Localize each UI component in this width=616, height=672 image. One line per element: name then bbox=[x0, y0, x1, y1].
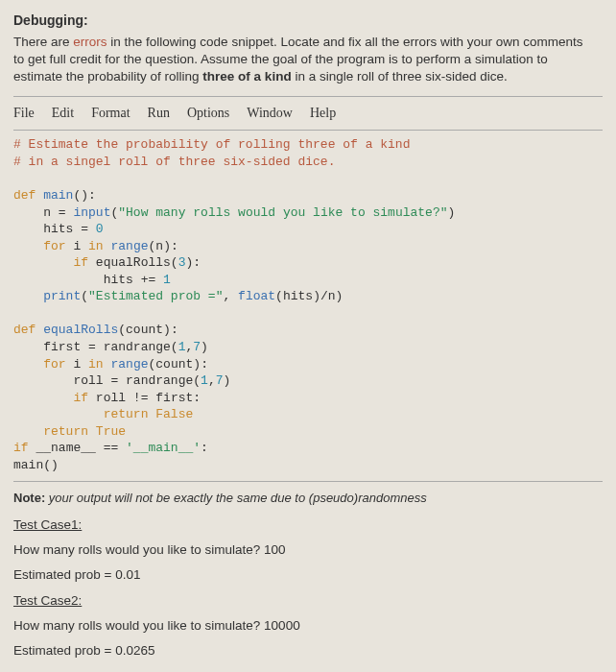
num-0: 0 bbox=[96, 222, 104, 236]
id-i: i bbox=[73, 239, 81, 253]
code-comment: # in a singel roll of three six-sided di… bbox=[13, 155, 335, 169]
code-block: # Estimate the probability of rolling th… bbox=[13, 136, 603, 473]
fn-equalRolls: equalRolls bbox=[43, 323, 118, 337]
test-case-2-label: Test Case2: bbox=[13, 592, 603, 610]
colon: : bbox=[201, 441, 208, 455]
colon: : bbox=[201, 357, 208, 372]
fn-randrange: randrange bbox=[104, 340, 171, 354]
op-ne: != bbox=[126, 391, 155, 405]
id-n: n bbox=[328, 289, 336, 303]
fn-range: range bbox=[110, 239, 148, 253]
kw-in: in bbox=[88, 357, 104, 372]
test-case-2-input: How many rolls would you like to simulat… bbox=[13, 617, 603, 635]
paren: ( bbox=[118, 323, 126, 337]
test-case-1-input: How many rolls would you like to simulat… bbox=[13, 541, 603, 559]
kw-for: for bbox=[43, 239, 65, 253]
op-slash: / bbox=[320, 289, 328, 303]
code-comment: # Estimate the probability of rolling th… bbox=[13, 137, 410, 152]
paren: ) bbox=[313, 289, 320, 303]
id-count: count bbox=[155, 357, 193, 372]
paren: ) bbox=[448, 205, 456, 220]
instr-text: estimate the probability of rolling bbox=[13, 69, 202, 84]
colon: : bbox=[193, 391, 201, 405]
fn-randrange: randrange bbox=[126, 373, 193, 388]
kw-def: def bbox=[13, 188, 36, 203]
paren: ( bbox=[43, 458, 51, 472]
menu-file[interactable]: File bbox=[13, 106, 35, 120]
paren: ( bbox=[193, 373, 201, 388]
instr-bold: three of a kind bbox=[202, 69, 291, 84]
fn-range: range bbox=[110, 357, 148, 372]
instr-errors-word: errors bbox=[73, 35, 107, 49]
paren: ) bbox=[224, 373, 231, 388]
kw-if: if bbox=[13, 441, 29, 455]
paren: ( bbox=[81, 289, 88, 303]
str-prompt: "How many rolls would you like to simula… bbox=[118, 205, 447, 220]
note-label: Note: bbox=[13, 491, 45, 505]
menu-options[interactable]: Options bbox=[187, 106, 229, 120]
kw-return: return bbox=[43, 424, 88, 439]
kw-if: if bbox=[73, 391, 88, 405]
menu-window[interactable]: Window bbox=[247, 106, 293, 120]
note-text: your output will not be exactly the same… bbox=[45, 491, 426, 505]
fn-equalRolls: equalRolls bbox=[96, 255, 171, 270]
fn-main-call: main bbox=[13, 458, 43, 472]
str-estprob: "Estimated prob =" bbox=[88, 289, 223, 303]
instr-text: There are bbox=[13, 35, 73, 49]
colon: : bbox=[171, 323, 178, 337]
paren: ) bbox=[193, 357, 201, 372]
op-eq: = bbox=[104, 373, 126, 388]
id-hits: hits bbox=[104, 273, 133, 287]
menu-format[interactable]: Format bbox=[91, 106, 130, 120]
fn-input: input bbox=[73, 205, 110, 220]
kw-if: if bbox=[73, 255, 88, 270]
id-roll: roll bbox=[96, 391, 126, 405]
separator bbox=[13, 130, 603, 131]
comma: , bbox=[208, 373, 216, 388]
num-7: 7 bbox=[193, 340, 201, 354]
note: Note: your output will not be exactly th… bbox=[13, 490, 603, 507]
paren: ( bbox=[171, 340, 178, 354]
id-n: n bbox=[155, 239, 163, 253]
separator bbox=[13, 96, 603, 97]
menu-edit[interactable]: Edit bbox=[52, 106, 74, 120]
paren: ) bbox=[81, 188, 88, 203]
fn-float: float bbox=[238, 289, 275, 303]
op-eq: = bbox=[73, 222, 95, 236]
paren: ) bbox=[51, 458, 59, 472]
kw-for: for bbox=[43, 357, 65, 372]
instructions: There are errors in the following code s… bbox=[13, 34, 603, 86]
paren: ) bbox=[163, 323, 171, 337]
editor-menubar: FileEditFormatRunOptionsWindowHelp bbox=[13, 103, 603, 125]
num-1: 1 bbox=[201, 373, 208, 388]
kw-return: return bbox=[104, 407, 149, 421]
colon: : bbox=[171, 239, 178, 253]
colon: : bbox=[193, 255, 201, 270]
op-eq: = bbox=[51, 205, 73, 220]
id-count: count bbox=[126, 323, 163, 337]
fn-print: print bbox=[43, 289, 81, 303]
menu-run[interactable]: Run bbox=[148, 106, 170, 120]
instr-text: in the following code snippet. Locate an… bbox=[107, 35, 583, 49]
id-hits: hits bbox=[283, 289, 313, 303]
test-case-1-output: Estimated prob = 0.01 bbox=[13, 566, 603, 584]
colon: : bbox=[88, 188, 96, 203]
id-first: first bbox=[155, 391, 193, 405]
paren: ( bbox=[275, 289, 283, 303]
fn-main: main bbox=[43, 188, 73, 203]
section-heading: Debugging: bbox=[13, 12, 603, 30]
test-case-1-label: Test Case1: bbox=[13, 516, 603, 534]
lit-true: True bbox=[96, 424, 126, 439]
comma: , bbox=[223, 289, 238, 303]
lit-false: False bbox=[155, 407, 193, 421]
id-n: n bbox=[43, 205, 51, 220]
menu-help[interactable]: Help bbox=[310, 106, 336, 120]
op-eq: = bbox=[81, 340, 103, 354]
id-i: i bbox=[73, 357, 81, 372]
id-hits: hits bbox=[43, 222, 73, 236]
id-roll: roll bbox=[73, 373, 103, 388]
str-main: '__main__' bbox=[126, 441, 201, 455]
paren: ) bbox=[163, 239, 171, 253]
paren: ) bbox=[201, 340, 208, 354]
op-pluseq: += bbox=[133, 273, 163, 287]
